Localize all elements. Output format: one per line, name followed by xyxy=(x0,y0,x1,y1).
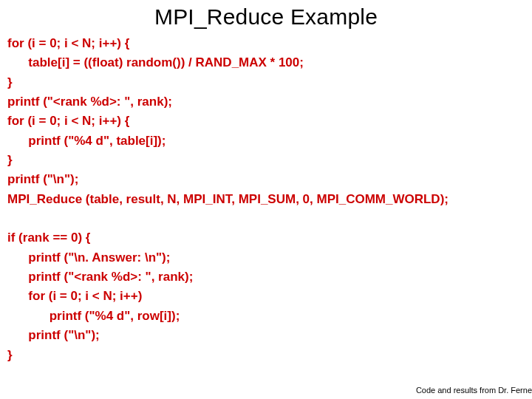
slide: MPI_Reduce Example for (i = 0; i < N; i+… xyxy=(0,0,532,399)
footer-attribution: Code and results from Dr. Ferne xyxy=(416,386,532,395)
code-block: for (i = 0; i < N; i++) { table[i] = ((f… xyxy=(0,31,532,365)
slide-title: MPI_Reduce Example xyxy=(0,0,532,31)
